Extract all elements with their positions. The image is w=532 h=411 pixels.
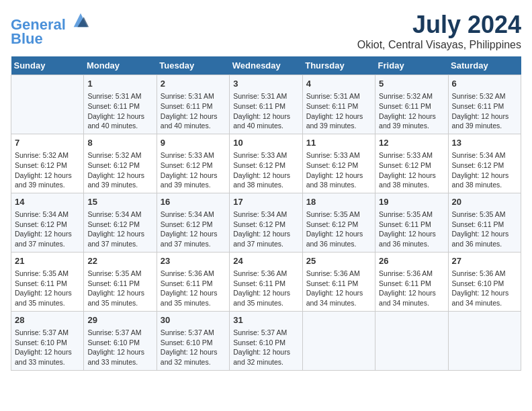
table-row: 4Sunrise: 5:31 AM Sunset: 6:11 PM Daylig… (302, 75, 375, 134)
day-number: 13 (452, 137, 517, 149)
table-row: 7Sunrise: 5:32 AM Sunset: 6:12 PM Daylig… (11, 134, 84, 193)
day-info: Sunrise: 5:36 AM Sunset: 6:11 PM Dayligh… (379, 269, 444, 308)
day-number: 22 (87, 255, 152, 267)
title-block: July 2024 Okiot, Central Visayas, Philip… (357, 11, 521, 51)
table-row: 11Sunrise: 5:33 AM Sunset: 6:12 PM Dayli… (302, 134, 375, 193)
table-row: 29Sunrise: 5:37 AM Sunset: 6:10 PM Dayli… (84, 311, 157, 370)
day-info: Sunrise: 5:33 AM Sunset: 6:12 PM Dayligh… (379, 150, 444, 190)
day-number: 12 (379, 137, 444, 149)
calendar-week-row: 7Sunrise: 5:32 AM Sunset: 6:12 PM Daylig… (11, 134, 521, 193)
col-monday: Monday (84, 56, 157, 75)
calendar-week-row: 28Sunrise: 5:37 AM Sunset: 6:10 PM Dayli… (11, 311, 521, 370)
table-row: 28Sunrise: 5:37 AM Sunset: 6:10 PM Dayli… (11, 311, 84, 370)
table-row: 1Sunrise: 5:31 AM Sunset: 6:11 PM Daylig… (84, 75, 157, 134)
day-number: 21 (15, 255, 80, 267)
table-row (302, 311, 375, 370)
table-row: 31Sunrise: 5:37 AM Sunset: 6:10 PM Dayli… (230, 311, 302, 370)
table-row: 25Sunrise: 5:36 AM Sunset: 6:11 PM Dayli… (302, 252, 375, 311)
calendar-header-row: Sunday Monday Tuesday Wednesday Thursday… (11, 56, 521, 75)
page-title: July 2024 (357, 11, 521, 39)
day-info: Sunrise: 5:32 AM Sunset: 6:11 PM Dayligh… (379, 91, 444, 131)
day-number: 25 (306, 255, 371, 267)
day-info: Sunrise: 5:35 AM Sunset: 6:12 PM Dayligh… (306, 210, 371, 249)
day-info: Sunrise: 5:35 AM Sunset: 6:11 PM Dayligh… (87, 269, 152, 308)
day-number: 14 (15, 196, 80, 208)
col-friday: Friday (375, 56, 448, 75)
day-number: 15 (87, 196, 152, 208)
table-row: 26Sunrise: 5:36 AM Sunset: 6:11 PM Dayli… (375, 252, 448, 311)
table-row: 10Sunrise: 5:33 AM Sunset: 6:12 PM Dayli… (230, 134, 302, 193)
table-row (11, 75, 84, 134)
table-row: 30Sunrise: 5:37 AM Sunset: 6:10 PM Dayli… (157, 311, 229, 370)
table-row: 5Sunrise: 5:32 AM Sunset: 6:11 PM Daylig… (375, 75, 448, 134)
day-info: Sunrise: 5:31 AM Sunset: 6:11 PM Dayligh… (233, 91, 298, 131)
day-info: Sunrise: 5:31 AM Sunset: 6:11 PM Dayligh… (161, 91, 226, 131)
table-row (375, 311, 448, 370)
day-info: Sunrise: 5:36 AM Sunset: 6:10 PM Dayligh… (452, 269, 517, 308)
page-header: General Blue July 2024 Okiot, Central Vi… (11, 11, 521, 51)
day-info: Sunrise: 5:33 AM Sunset: 6:12 PM Dayligh… (161, 150, 226, 190)
page-subtitle: Okiot, Central Visayas, Philippines (357, 39, 521, 51)
table-row: 19Sunrise: 5:35 AM Sunset: 6:11 PM Dayli… (375, 193, 448, 252)
day-info: Sunrise: 5:34 AM Sunset: 6:12 PM Dayligh… (452, 150, 517, 190)
day-number: 6 (452, 78, 517, 90)
day-info: Sunrise: 5:36 AM Sunset: 6:11 PM Dayligh… (161, 269, 226, 308)
table-row: 22Sunrise: 5:35 AM Sunset: 6:11 PM Dayli… (84, 252, 157, 311)
table-row: 23Sunrise: 5:36 AM Sunset: 6:11 PM Dayli… (157, 252, 229, 311)
day-info: Sunrise: 5:35 AM Sunset: 6:11 PM Dayligh… (15, 269, 80, 308)
day-info: Sunrise: 5:35 AM Sunset: 6:11 PM Dayligh… (379, 210, 444, 249)
day-number: 19 (379, 196, 444, 208)
table-row (448, 311, 521, 370)
day-number: 28 (15, 314, 80, 326)
day-number: 23 (161, 255, 226, 267)
logo-icon (71, 11, 90, 30)
logo: General Blue (11, 11, 90, 48)
table-row: 16Sunrise: 5:34 AM Sunset: 6:12 PM Dayli… (157, 193, 229, 252)
day-info: Sunrise: 5:35 AM Sunset: 6:11 PM Dayligh… (452, 210, 517, 249)
day-info: Sunrise: 5:32 AM Sunset: 6:12 PM Dayligh… (87, 150, 152, 190)
day-number: 1 (87, 78, 152, 90)
day-number: 31 (233, 314, 298, 326)
table-row: 20Sunrise: 5:35 AM Sunset: 6:11 PM Dayli… (448, 193, 521, 252)
calendar-table: Sunday Monday Tuesday Wednesday Thursday… (11, 56, 521, 371)
day-number: 29 (87, 314, 152, 326)
day-info: Sunrise: 5:34 AM Sunset: 6:12 PM Dayligh… (15, 210, 80, 249)
day-info: Sunrise: 5:31 AM Sunset: 6:11 PM Dayligh… (306, 91, 371, 131)
day-info: Sunrise: 5:37 AM Sunset: 6:10 PM Dayligh… (87, 328, 152, 367)
calendar-week-row: 21Sunrise: 5:35 AM Sunset: 6:11 PM Dayli… (11, 252, 521, 311)
day-info: Sunrise: 5:36 AM Sunset: 6:11 PM Dayligh… (233, 269, 298, 308)
day-number: 20 (452, 196, 517, 208)
day-number: 7 (15, 137, 80, 149)
table-row: 9Sunrise: 5:33 AM Sunset: 6:12 PM Daylig… (157, 134, 229, 193)
table-row: 8Sunrise: 5:32 AM Sunset: 6:12 PM Daylig… (84, 134, 157, 193)
day-info: Sunrise: 5:31 AM Sunset: 6:11 PM Dayligh… (87, 91, 152, 131)
day-info: Sunrise: 5:34 AM Sunset: 6:12 PM Dayligh… (87, 210, 152, 249)
calendar-week-row: 1Sunrise: 5:31 AM Sunset: 6:11 PM Daylig… (11, 75, 521, 134)
table-row: 12Sunrise: 5:33 AM Sunset: 6:12 PM Dayli… (375, 134, 448, 193)
table-row: 13Sunrise: 5:34 AM Sunset: 6:12 PM Dayli… (448, 134, 521, 193)
day-number: 24 (233, 255, 298, 267)
day-info: Sunrise: 5:32 AM Sunset: 6:11 PM Dayligh… (452, 91, 517, 131)
day-number: 8 (87, 137, 152, 149)
day-number: 18 (306, 196, 371, 208)
table-row: 3Sunrise: 5:31 AM Sunset: 6:11 PM Daylig… (230, 75, 302, 134)
table-row: 17Sunrise: 5:34 AM Sunset: 6:12 PM Dayli… (230, 193, 302, 252)
day-info: Sunrise: 5:36 AM Sunset: 6:11 PM Dayligh… (306, 269, 371, 308)
day-number: 3 (233, 78, 298, 90)
day-number: 16 (161, 196, 226, 208)
day-number: 5 (379, 78, 444, 90)
day-number: 30 (161, 314, 226, 326)
table-row: 24Sunrise: 5:36 AM Sunset: 6:11 PM Dayli… (230, 252, 302, 311)
table-row: 27Sunrise: 5:36 AM Sunset: 6:10 PM Dayli… (448, 252, 521, 311)
day-info: Sunrise: 5:34 AM Sunset: 6:12 PM Dayligh… (161, 210, 226, 249)
day-info: Sunrise: 5:37 AM Sunset: 6:10 PM Dayligh… (161, 328, 226, 367)
table-row: 21Sunrise: 5:35 AM Sunset: 6:11 PM Dayli… (11, 252, 84, 311)
day-number: 2 (161, 78, 226, 90)
day-number: 9 (161, 137, 226, 149)
col-sunday: Sunday (11, 56, 84, 75)
col-saturday: Saturday (448, 56, 521, 75)
day-number: 17 (233, 196, 298, 208)
day-number: 4 (306, 78, 371, 90)
col-thursday: Thursday (302, 56, 375, 75)
col-wednesday: Wednesday (230, 56, 302, 75)
